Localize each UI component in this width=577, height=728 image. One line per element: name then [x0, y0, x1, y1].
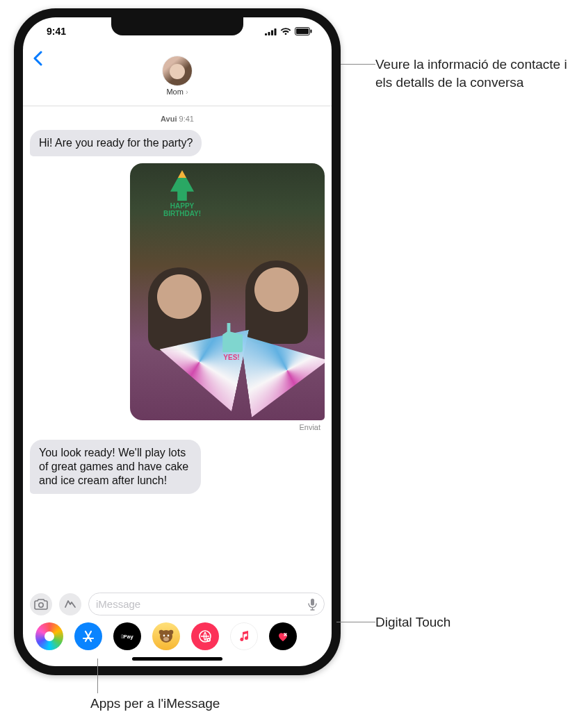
wifi-icon [280, 27, 291, 35]
svg-rect-0 [265, 33, 267, 35]
svg-rect-1 [268, 32, 270, 35]
timestamp: Avui 9:41 [30, 115, 325, 123]
dictate-icon[interactable] [308, 598, 317, 611]
app-animoji-icon[interactable] [152, 622, 180, 650]
contact-avatar[interactable] [162, 56, 193, 86]
nav-header: Mom › [23, 45, 332, 106]
app-photos-icon[interactable] [35, 622, 63, 650]
svg-point-10 [159, 630, 164, 635]
sticker-llama: YES! [211, 323, 252, 361]
message-thread[interactable]: Avui 9:41 Hi! Are you ready for the part… [23, 106, 332, 590]
app-tray[interactable]: Pay [23, 620, 332, 654]
callout-contact-info: Veure la informació de contacte i els de… [375, 56, 570, 91]
app-digital-touch-icon[interactable] [269, 622, 297, 650]
message-bubble-incoming[interactable]: You look ready! We'll play lots of great… [30, 440, 201, 494]
callout-digital-touch: Digital Touch [375, 613, 514, 631]
svg-point-11 [169, 630, 174, 635]
svg-point-7 [39, 602, 43, 606]
app-store-icon[interactable] [74, 622, 102, 650]
home-indicator[interactable] [132, 657, 222, 661]
input-placeholder: iMessage [96, 598, 140, 610]
chevron-right-icon: › [186, 88, 188, 96]
svg-rect-8 [311, 598, 314, 605]
app-music-icon[interactable] [230, 622, 258, 650]
svg-point-13 [168, 635, 170, 637]
back-button[interactable] [33, 51, 42, 66]
battery-icon [295, 27, 312, 35]
svg-rect-6 [311, 30, 312, 33]
message-input[interactable]: iMessage [88, 593, 325, 615]
svg-point-14 [163, 637, 169, 641]
app-images-icon[interactable] [191, 622, 219, 650]
svg-point-12 [163, 635, 165, 637]
cellular-icon [265, 28, 277, 35]
status-time: 9:41 [47, 26, 66, 37]
app-applepay-icon[interactable]: Pay [113, 622, 141, 650]
message-photo-outgoing[interactable]: HAPPY BIRTHDAY! YES! [130, 163, 325, 420]
input-row: iMessage [23, 590, 332, 620]
photo-subject [245, 260, 308, 344]
delivery-status: Enviat [299, 423, 320, 431]
photo-subject [148, 267, 211, 351]
camera-button[interactable] [30, 593, 52, 615]
message-bubble-incoming[interactable]: Hi! Are you ready for the party? [30, 130, 202, 156]
svg-rect-2 [271, 30, 273, 35]
svg-rect-5 [296, 28, 309, 34]
apps-button[interactable] [59, 593, 81, 615]
contact-name[interactable]: Mom › [166, 88, 188, 96]
sticker-pineapple: HAPPY BIRTHDAY! [161, 170, 203, 217]
callout-imessage-apps: Apps per a l'iMessage [90, 695, 299, 713]
svg-rect-3 [275, 28, 277, 35]
